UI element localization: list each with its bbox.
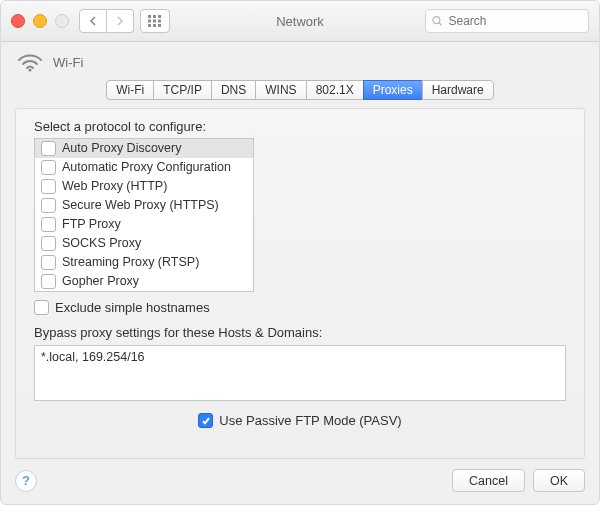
tab-wins[interactable]: WINS [255, 80, 305, 100]
wifi-icon [17, 52, 43, 72]
interface-name: Wi-Fi [53, 55, 83, 70]
passive-ftp-option[interactable]: Use Passive FTP Mode (PASV) [34, 413, 566, 428]
search-input[interactable] [447, 13, 582, 29]
protocol-checkbox[interactable] [41, 198, 56, 213]
list-item[interactable]: Streaming Proxy (RTSP) [35, 253, 253, 272]
footer: ? Cancel OK [15, 459, 585, 492]
zoom-window-button[interactable] [55, 14, 69, 28]
tab-tcpip[interactable]: TCP/IP [153, 80, 211, 100]
exclude-simple-label: Exclude simple hostnames [55, 300, 210, 315]
list-item[interactable]: Auto Proxy Discovery [35, 139, 253, 158]
protocol-label: Gopher Proxy [62, 274, 139, 288]
protocol-list[interactable]: Auto Proxy Discovery Automatic Proxy Con… [34, 138, 254, 292]
protocol-label: Secure Web Proxy (HTTPS) [62, 198, 219, 212]
svg-point-11 [28, 68, 31, 71]
forward-button[interactable] [107, 9, 134, 33]
protocol-label: Automatic Proxy Configuration [62, 160, 231, 174]
proxies-panel: Select a protocol to configure: Auto Pro… [15, 108, 585, 459]
preferences-window: Network Wi-Fi [0, 0, 600, 505]
interface-header: Wi-Fi [17, 52, 585, 72]
select-protocol-label: Select a protocol to configure: [34, 119, 566, 134]
protocol-label: Web Proxy (HTTP) [62, 179, 167, 193]
back-button[interactable] [79, 9, 107, 33]
cancel-button[interactable]: Cancel [452, 469, 525, 492]
nav-buttons [79, 9, 134, 33]
bypass-textarea[interactable] [34, 345, 566, 401]
tab-wifi[interactable]: Wi-Fi [106, 80, 153, 100]
protocol-checkbox[interactable] [41, 141, 56, 156]
svg-point-9 [433, 17, 440, 24]
svg-rect-1 [153, 15, 156, 18]
bypass-label: Bypass proxy settings for these Hosts & … [34, 325, 566, 340]
protocol-checkbox[interactable] [41, 255, 56, 270]
titlebar: Network [1, 1, 599, 42]
protocol-checkbox[interactable] [41, 179, 56, 194]
chevron-left-icon [89, 16, 97, 26]
tab-dns[interactable]: DNS [211, 80, 255, 100]
list-item[interactable]: SOCKS Proxy [35, 234, 253, 253]
protocol-checkbox[interactable] [41, 274, 56, 289]
ok-button[interactable]: OK [533, 469, 585, 492]
tab-8021x[interactable]: 802.1X [306, 80, 363, 100]
exclude-simple-hostnames-option[interactable]: Exclude simple hostnames [34, 300, 566, 315]
search-field-wrapper[interactable] [425, 9, 589, 33]
help-button[interactable]: ? [15, 470, 37, 492]
protocol-label: Streaming Proxy (RTSP) [62, 255, 199, 269]
protocol-label: SOCKS Proxy [62, 236, 141, 250]
passive-ftp-label: Use Passive FTP Mode (PASV) [219, 413, 401, 428]
window-controls [11, 14, 69, 28]
tab-hardware[interactable]: Hardware [422, 80, 494, 100]
protocol-checkbox[interactable] [41, 236, 56, 251]
svg-rect-3 [148, 20, 151, 23]
tab-proxies[interactable]: Proxies [363, 80, 422, 100]
svg-rect-6 [148, 24, 151, 27]
exclude-simple-checkbox[interactable] [34, 300, 49, 315]
list-item[interactable]: Web Proxy (HTTP) [35, 177, 253, 196]
svg-rect-7 [153, 24, 156, 27]
svg-rect-8 [158, 24, 161, 27]
protocol-checkbox[interactable] [41, 217, 56, 232]
minimize-window-button[interactable] [33, 14, 47, 28]
protocol-label: FTP Proxy [62, 217, 121, 231]
settings-tabs: Wi-Fi TCP/IP DNS WINS 802.1X Proxies Har… [106, 80, 493, 100]
show-all-button[interactable] [140, 9, 170, 33]
chevron-right-icon [116, 16, 124, 26]
svg-rect-4 [153, 20, 156, 23]
passive-ftp-checkbox[interactable] [198, 413, 213, 428]
list-item[interactable]: Gopher Proxy [35, 272, 253, 291]
protocol-checkbox[interactable] [41, 160, 56, 175]
svg-rect-5 [158, 20, 161, 23]
svg-rect-0 [148, 15, 151, 18]
search-icon [432, 15, 443, 27]
list-item[interactable]: Automatic Proxy Configuration [35, 158, 253, 177]
svg-rect-2 [158, 15, 161, 18]
svg-line-10 [439, 23, 442, 26]
list-item[interactable]: FTP Proxy [35, 215, 253, 234]
close-window-button[interactable] [11, 14, 25, 28]
grid-icon [148, 15, 162, 27]
protocol-label: Auto Proxy Discovery [62, 141, 181, 155]
content-area: Wi-Fi Wi-Fi TCP/IP DNS WINS 802.1X Proxi… [1, 42, 599, 504]
list-item[interactable]: Secure Web Proxy (HTTPS) [35, 196, 253, 215]
